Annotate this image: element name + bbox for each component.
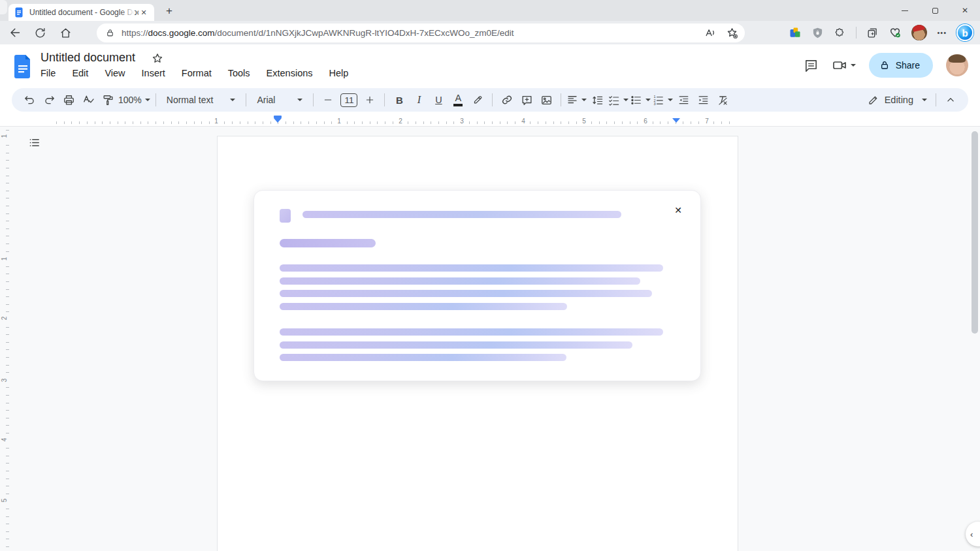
ruler-tick bbox=[6, 524, 9, 524]
browser-tab-active[interactable]: Untitled document - Google Doc ✕ bbox=[8, 4, 154, 21]
browser-essentials-icon[interactable] bbox=[889, 26, 902, 39]
horizontal-ruler[interactable]: 11234567 bbox=[0, 112, 980, 126]
vertical-ruler[interactable]: 112345 bbox=[0, 127, 10, 551]
ruler-tick bbox=[6, 516, 9, 517]
google-docs-favicon bbox=[14, 7, 24, 18]
add-comment-button[interactable] bbox=[517, 91, 536, 109]
checklist-button[interactable] bbox=[608, 91, 629, 109]
menu-format[interactable]: Format bbox=[182, 68, 212, 78]
ruler-tick bbox=[6, 433, 9, 433]
ruler-tick bbox=[538, 121, 538, 124]
ruler-tick bbox=[6, 395, 9, 396]
text-color-button[interactable]: A bbox=[449, 91, 467, 109]
ruler-tick bbox=[416, 121, 416, 124]
dialog-close-button[interactable]: ✕ bbox=[672, 204, 684, 216]
ruler-tick bbox=[6, 509, 9, 509]
share-label: Share bbox=[896, 60, 920, 71]
home-icon[interactable] bbox=[59, 27, 72, 39]
font-size-input[interactable]: 11 bbox=[340, 93, 357, 107]
reload-icon[interactable] bbox=[34, 27, 46, 39]
ruler-tick bbox=[431, 121, 431, 124]
ruler-tick bbox=[133, 121, 133, 124]
right-indent-marker[interactable] bbox=[672, 118, 680, 123]
paragraph-style-select[interactable]: Normal text bbox=[161, 91, 241, 109]
share-button[interactable]: Share bbox=[869, 53, 933, 78]
menu-edit[interactable]: Edit bbox=[72, 68, 88, 78]
undo-button[interactable] bbox=[20, 91, 39, 109]
back-icon[interactable] bbox=[8, 26, 21, 39]
redo-button[interactable] bbox=[40, 91, 58, 109]
editing-mode-select[interactable]: Editing bbox=[864, 94, 931, 106]
show-side-panel-button[interactable]: ‹ bbox=[966, 522, 980, 546]
increase-font-size-button[interactable] bbox=[361, 91, 379, 109]
favorite-star-icon[interactable] bbox=[726, 27, 738, 39]
highlight-color-button[interactable] bbox=[468, 91, 487, 109]
account-avatar[interactable] bbox=[946, 54, 968, 76]
menu-bar: File Edit View Insert Format Tools Exten… bbox=[41, 68, 348, 78]
window-maximize-button[interactable] bbox=[920, 0, 950, 21]
ruler-tick bbox=[6, 311, 9, 312]
numbered-list-icon: 123 bbox=[652, 94, 664, 106]
menu-tools[interactable]: Tools bbox=[228, 68, 250, 78]
menu-extensions[interactable]: Extensions bbox=[267, 68, 313, 78]
insert-image-button[interactable] bbox=[537, 91, 555, 109]
extensions-puzzle-icon[interactable] bbox=[834, 27, 846, 39]
join-call-button[interactable] bbox=[832, 57, 856, 73]
menu-file[interactable]: File bbox=[41, 68, 56, 78]
tracking-shield-icon[interactable] bbox=[811, 27, 824, 39]
ruler-tick bbox=[500, 121, 500, 124]
clear-formatting-button[interactable] bbox=[713, 91, 732, 109]
minimize-icon bbox=[902, 10, 908, 11]
insert-link-button[interactable] bbox=[498, 91, 516, 109]
window-close-button[interactable]: ✕ bbox=[950, 0, 980, 21]
bold-button[interactable]: B bbox=[390, 91, 408, 109]
paint-format-button[interactable] bbox=[99, 91, 117, 109]
font-select[interactable]: Arial bbox=[252, 91, 308, 109]
zoom-select[interactable]: 100% bbox=[118, 91, 150, 109]
increase-indent-button[interactable] bbox=[694, 91, 712, 109]
read-aloud-icon[interactable] bbox=[704, 27, 717, 39]
hide-menus-button[interactable] bbox=[941, 91, 960, 109]
print-button[interactable] bbox=[59, 91, 78, 109]
italic-button[interactable]: I bbox=[410, 91, 428, 109]
decrease-indent-button[interactable] bbox=[674, 91, 693, 109]
ruler-tick bbox=[286, 121, 286, 124]
url-host: docs.google.com bbox=[148, 28, 215, 38]
office-extension-icon[interactable] bbox=[789, 26, 802, 39]
google-docs-logo[interactable] bbox=[14, 55, 32, 78]
underline-button[interactable]: U bbox=[429, 91, 448, 109]
menu-insert[interactable]: Insert bbox=[142, 68, 165, 78]
vertical-scrollbar[interactable] bbox=[972, 131, 978, 334]
show-outline-button[interactable] bbox=[26, 134, 42, 150]
new-tab-button[interactable]: + bbox=[161, 3, 177, 19]
site-lock-icon[interactable] bbox=[105, 28, 115, 38]
browser-menu-icon[interactable]: ••• bbox=[937, 29, 947, 37]
ruler-tick bbox=[6, 191, 9, 191]
comment-history-icon[interactable] bbox=[804, 58, 819, 73]
bulleted-list-button[interactable] bbox=[630, 91, 651, 109]
window-controls: ✕ bbox=[890, 0, 980, 21]
line-spacing-button[interactable] bbox=[588, 91, 606, 109]
ruler-label: 3 bbox=[459, 118, 465, 125]
close-icon: ✕ bbox=[962, 6, 968, 15]
browser-profile-avatar[interactable] bbox=[911, 25, 927, 40]
left-indent-marker[interactable] bbox=[274, 116, 282, 123]
numbered-list-button[interactable]: 123 bbox=[652, 91, 673, 109]
tab-close-icon[interactable]: ✕ bbox=[139, 7, 149, 18]
bing-chat-icon[interactable]: b bbox=[956, 24, 973, 41]
ruler-label: 7 bbox=[704, 118, 710, 125]
url-field[interactable]: https://docs.google.com/document/d/1nNGX… bbox=[97, 24, 745, 42]
document-title[interactable]: Untitled document bbox=[41, 51, 135, 65]
line-spacing-icon bbox=[591, 94, 604, 106]
ruler-tick bbox=[362, 121, 363, 124]
spellcheck-button[interactable] bbox=[79, 91, 97, 109]
window-minimize-button[interactable] bbox=[890, 0, 920, 21]
menu-view[interactable]: View bbox=[105, 68, 125, 78]
star-document-icon[interactable] bbox=[151, 52, 164, 65]
decrease-font-size-button[interactable] bbox=[319, 91, 337, 109]
skeleton-bar bbox=[280, 303, 567, 310]
collections-icon[interactable] bbox=[866, 27, 879, 39]
align-button[interactable] bbox=[566, 91, 587, 109]
ruler-tick bbox=[6, 456, 9, 456]
menu-help[interactable]: Help bbox=[329, 68, 349, 78]
